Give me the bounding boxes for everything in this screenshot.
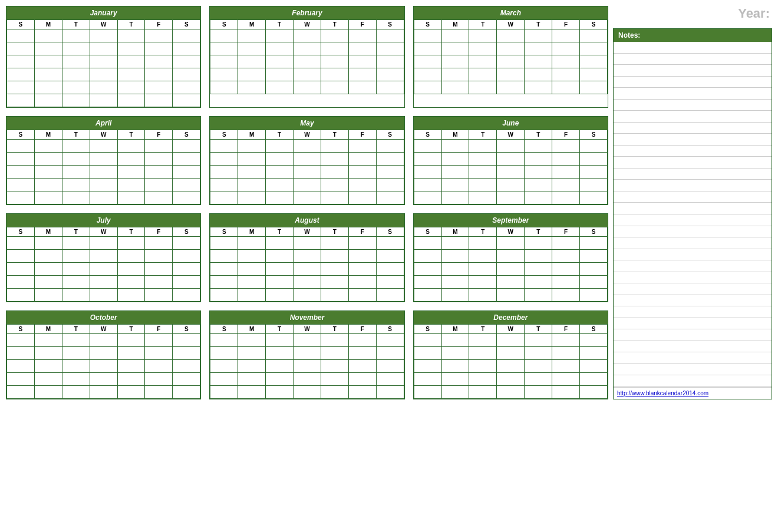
calendar-cell[interactable] [34, 191, 62, 204]
calendar-cell[interactable] [117, 237, 145, 250]
calendar-cell[interactable] [525, 360, 552, 373]
notes-line[interactable] [614, 214, 772, 226]
calendar-cell[interactable] [210, 140, 238, 153]
calendar-cell[interactable] [90, 386, 117, 399]
calendar-cell[interactable] [441, 153, 469, 166]
calendar-cell[interactable] [238, 386, 266, 399]
calendar-cell[interactable] [238, 289, 266, 302]
calendar-cell[interactable] [62, 360, 90, 373]
calendar-cell[interactable] [552, 347, 580, 360]
calendar-cell[interactable] [117, 29, 145, 42]
notes-line[interactable] [614, 180, 772, 191]
calendar-cell[interactable] [321, 334, 348, 347]
calendar-cell[interactable] [210, 289, 238, 302]
calendar-cell[interactable] [238, 250, 266, 263]
calendar-cell[interactable] [173, 191, 200, 204]
calendar-cell[interactable] [210, 42, 238, 55]
calendar-cell[interactable] [210, 373, 238, 386]
notes-line[interactable] [614, 54, 772, 65]
calendar-cell[interactable] [238, 153, 266, 166]
calendar-cell[interactable] [414, 29, 441, 42]
calendar-cell[interactable] [348, 250, 376, 263]
calendar-cell[interactable] [321, 140, 348, 153]
calendar-cell[interactable] [497, 42, 525, 55]
calendar-cell[interactable] [145, 153, 173, 166]
calendar-cell[interactable] [376, 373, 404, 386]
notes-line[interactable] [614, 375, 772, 387]
calendar-cell[interactable] [348, 263, 376, 276]
calendar-cell[interactable] [552, 29, 580, 42]
calendar-cell[interactable] [266, 250, 294, 263]
calendar-cell[interactable] [294, 263, 321, 276]
calendar-cell[interactable] [321, 250, 348, 263]
calendar-cell[interactable] [294, 276, 321, 289]
calendar-cell[interactable] [173, 153, 200, 166]
calendar-cell[interactable] [414, 289, 441, 302]
calendar-cell[interactable] [145, 237, 173, 250]
calendar-cell[interactable] [525, 166, 552, 179]
calendar-cell[interactable] [62, 373, 90, 386]
calendar-cell[interactable] [469, 179, 497, 191]
calendar-cell[interactable] [525, 29, 552, 42]
calendar-cell[interactable] [552, 334, 580, 347]
calendar-cell[interactable] [145, 166, 173, 179]
calendar-cell[interactable] [62, 29, 90, 42]
calendar-cell[interactable] [414, 166, 441, 179]
calendar-cell[interactable] [321, 81, 348, 94]
calendar-cell[interactable] [117, 94, 145, 107]
calendar-cell[interactable] [266, 373, 294, 386]
calendar-cell[interactable] [348, 360, 376, 373]
calendar-cell[interactable] [414, 153, 441, 166]
calendar-cell[interactable] [469, 55, 497, 68]
calendar-cell[interactable] [414, 386, 441, 399]
notes-line[interactable] [614, 260, 772, 272]
notes-line[interactable] [614, 134, 772, 146]
calendar-cell[interactable] [441, 140, 469, 153]
calendar-cell[interactable] [210, 179, 238, 191]
calendar-cell[interactable] [376, 179, 404, 191]
calendar-cell[interactable] [266, 166, 294, 179]
calendar-cell[interactable] [441, 68, 469, 81]
calendar-cell[interactable] [348, 373, 376, 386]
calendar-cell[interactable] [441, 191, 469, 204]
calendar-cell[interactable] [552, 179, 580, 191]
calendar-cell[interactable] [580, 347, 608, 360]
calendar-cell[interactable] [580, 373, 608, 386]
calendar-cell[interactable] [525, 289, 552, 302]
calendar-cell[interactable] [90, 153, 117, 166]
calendar-cell[interactable] [497, 276, 525, 289]
calendar-cell[interactable] [238, 263, 266, 276]
calendar-cell[interactable] [90, 191, 117, 204]
calendar-cell[interactable] [525, 347, 552, 360]
calendar-cell[interactable] [266, 386, 294, 399]
notes-line[interactable] [614, 249, 772, 261]
calendar-cell[interactable] [266, 347, 294, 360]
calendar-cell[interactable] [34, 347, 62, 360]
calendar-cell[interactable] [414, 179, 441, 191]
calendar-cell[interactable] [469, 68, 497, 81]
calendar-cell[interactable] [525, 153, 552, 166]
calendar-cell[interactable] [414, 68, 441, 81]
calendar-cell[interactable] [376, 42, 404, 55]
calendar-cell[interactable] [62, 140, 90, 153]
calendar-cell[interactable] [62, 250, 90, 263]
calendar-cell[interactable] [497, 179, 525, 191]
calendar-cell[interactable] [376, 360, 404, 373]
calendar-cell[interactable] [441, 289, 469, 302]
calendar-cell[interactable] [90, 81, 117, 94]
calendar-cell[interactable] [145, 94, 173, 107]
calendar-cell[interactable] [117, 55, 145, 68]
calendar-cell[interactable] [580, 191, 608, 204]
calendar-cell[interactable] [552, 263, 580, 276]
calendar-cell[interactable] [62, 263, 90, 276]
calendar-cell[interactable] [441, 276, 469, 289]
calendar-cell[interactable] [552, 191, 580, 204]
calendar-cell[interactable] [580, 250, 608, 263]
calendar-cell[interactable] [294, 237, 321, 250]
calendar-cell[interactable] [552, 289, 580, 302]
calendar-cell[interactable] [348, 179, 376, 191]
calendar-cell[interactable] [497, 237, 525, 250]
calendar-cell[interactable] [173, 166, 200, 179]
calendar-cell[interactable] [497, 29, 525, 42]
calendar-cell[interactable] [62, 334, 90, 347]
